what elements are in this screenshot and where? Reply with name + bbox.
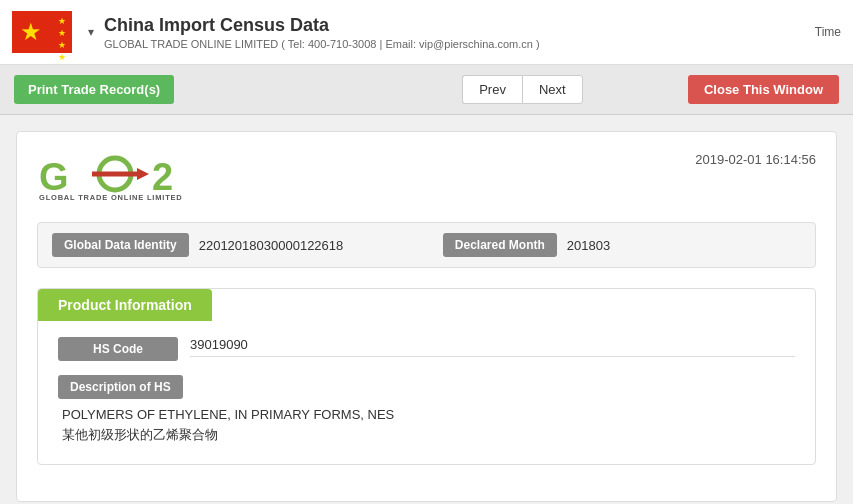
dropdown-arrow-icon[interactable]: ▾ (88, 25, 94, 39)
declared-month-value: 201803 (567, 238, 801, 253)
company-logo: G 2 GLOBAL TRADE ONLINE LIMITED (37, 152, 197, 202)
description-en: POLYMERS OF ETHYLENE, IN PRIMARY FORMS, … (58, 405, 795, 426)
logo-svg: G 2 GLOBAL TRADE ONLINE LIMITED (37, 152, 197, 202)
global-data-identity-value: 22012018030000122618 (199, 238, 433, 253)
toolbar: Print Trade Record(s) Prev Next Close Th… (0, 65, 853, 115)
china-flag: ★ ★ ★ ★ ★ (12, 11, 72, 53)
nav-buttons: Prev Next (462, 75, 582, 104)
svg-text:2: 2 (152, 156, 173, 198)
time-label: Time (815, 25, 841, 39)
header-bar: ★ ★ ★ ★ ★ ▾ China Import Census Data GLO… (0, 0, 853, 65)
prev-button[interactable]: Prev (462, 75, 522, 104)
logo-row: G 2 GLOBAL TRADE ONLINE LIMITED 2019-02-… (37, 152, 816, 202)
svg-text:G: G (39, 156, 69, 198)
main-content: G 2 GLOBAL TRADE ONLINE LIMITED 2019-02-… (0, 115, 853, 504)
app-subtitle: GLOBAL TRADE ONLINE LIMITED ( Tel: 400-7… (104, 38, 540, 50)
declared-month-label: Declared Month (443, 233, 557, 257)
record-card: G 2 GLOBAL TRADE ONLINE LIMITED 2019-02-… (16, 131, 837, 502)
hs-code-label: HS Code (58, 337, 178, 361)
svg-text:GLOBAL TRADE ONLINE LIMITED: GLOBAL TRADE ONLINE LIMITED (39, 193, 183, 202)
hs-code-value: 39019090 (190, 337, 795, 357)
next-button[interactable]: Next (522, 75, 583, 104)
identity-row: Global Data Identity 2201201803000012261… (37, 222, 816, 268)
app-title: China Import Census Data (104, 15, 540, 36)
header-title-block: China Import Census Data GLOBAL TRADE ON… (104, 15, 540, 50)
print-button[interactable]: Print Trade Record(s) (14, 75, 174, 104)
hs-code-row: HS Code 39019090 (58, 337, 795, 361)
svg-marker-3 (137, 168, 149, 180)
description-label: Description of HS (58, 375, 183, 399)
description-cn: 某他初级形状的乙烯聚合物 (58, 426, 795, 444)
product-section-title: Product Information (38, 289, 212, 321)
timestamp: 2019-02-01 16:14:56 (695, 152, 816, 167)
section-body: HS Code 39019090 Description of HS POLYM… (38, 337, 815, 444)
close-button[interactable]: Close This Window (688, 75, 839, 104)
description-row: Description of HS (58, 375, 795, 399)
product-section: Product Information HS Code 39019090 Des… (37, 288, 816, 465)
global-data-identity-label: Global Data Identity (52, 233, 189, 257)
